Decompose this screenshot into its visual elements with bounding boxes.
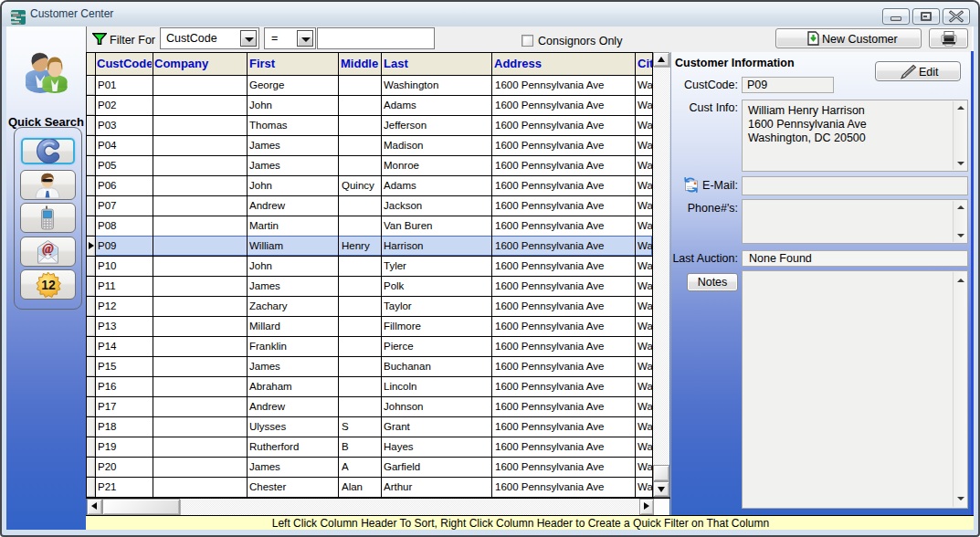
svg-text:12: 12	[41, 278, 56, 292]
svg-text:@: @	[42, 242, 54, 256]
